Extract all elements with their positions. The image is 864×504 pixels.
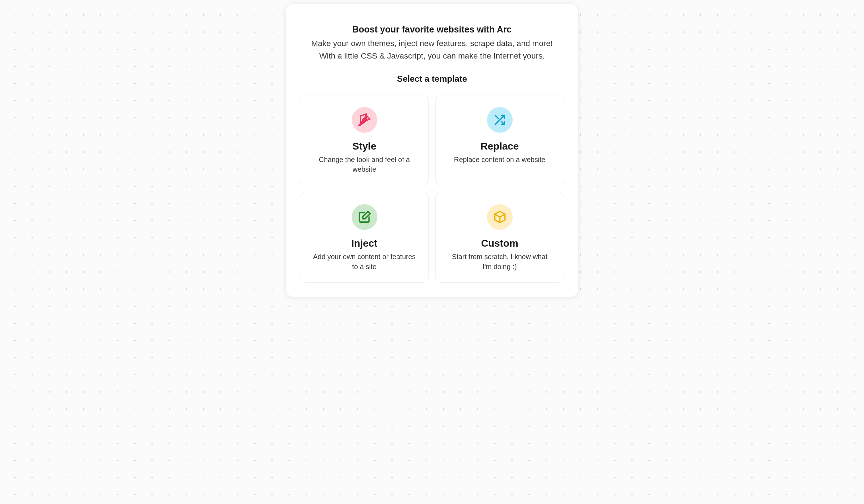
card-title: Style [352,141,376,152]
header-subtitle-line2: With a little CSS & Javascript, you can … [319,51,545,60]
pen-icon [352,107,377,133]
template-grid: Style Change the look and feel of a webs… [300,95,564,283]
header-subtitle-line1: Make your own themes, inject new feature… [311,39,553,48]
header-subtitle: Make your own themes, inject new feature… [300,37,564,62]
card-description: Replace content on a website [454,155,546,165]
card-description: Start from scratch, I know what I'm doin… [448,252,552,272]
section-title: Select a template [300,74,564,84]
template-selector-panel: Boost your favorite websites with Arc Ma… [286,4,578,297]
card-title: Replace [481,141,519,152]
card-description: Add your own content or features to a si… [313,252,416,272]
template-card-inject[interactable]: Inject Add your own content or features … [300,192,429,283]
card-description: Change the look and feel of a website [313,155,416,175]
edit-icon [352,204,377,230]
template-card-style[interactable]: Style Change the look and feel of a webs… [300,95,429,186]
card-title: Custom [481,238,518,249]
header-title: Boost your favorite websites with Arc [300,24,564,35]
shuffle-icon [487,107,513,133]
template-card-custom[interactable]: Custom Start from scratch, I know what I… [435,192,564,283]
card-title: Inject [351,238,377,249]
panel-header: Boost your favorite websites with Arc Ma… [300,24,564,62]
template-card-replace[interactable]: Replace Replace content on a website [435,95,564,186]
cube-icon [487,204,513,230]
